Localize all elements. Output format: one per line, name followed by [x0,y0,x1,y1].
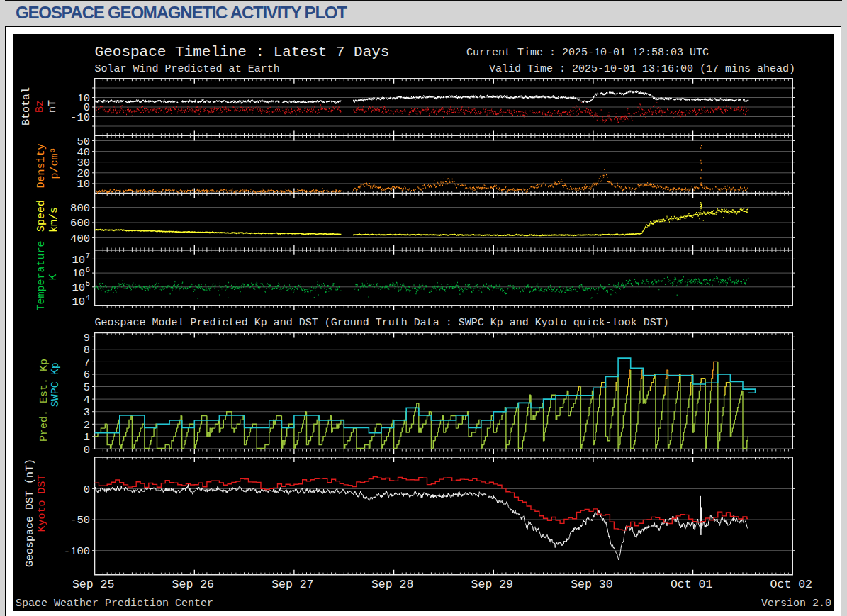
svg-text:Oct 02: Oct 02 [770,578,812,591]
svg-text:Pred. Est. Kp: Pred. Est. Kp [38,358,50,441]
svg-text:Btotal: Btotal [21,86,33,125]
svg-text:Sep 30: Sep 30 [571,578,612,591]
svg-text:10: 10 [72,253,85,266]
svg-text:Valid Time : 2025-10-01 13:16:: Valid Time : 2025-10-01 13:16:00 (17 min… [488,62,795,74]
svg-text:Geospace Timeline : Latest 7 D: Geospace Timeline : Latest 7 Days [94,44,389,60]
svg-text:Sep 28: Sep 28 [371,578,413,591]
svg-text:Sep 27: Sep 27 [271,578,313,591]
svg-text:10: 10 [77,178,90,191]
svg-text:Sep 29: Sep 29 [471,578,512,591]
svg-text:-100: -100 [63,544,89,557]
svg-text:Version 2.0: Version 2.0 [761,598,831,610]
svg-text:8: 8 [83,344,89,357]
svg-text:Sep 26: Sep 26 [172,578,213,591]
svg-text:Temperature: Temperature [35,240,47,310]
svg-text:Speed: Speed [35,199,47,231]
svg-text:4: 4 [83,393,89,406]
svg-text:10: 10 [72,267,85,280]
svg-text:4: 4 [85,293,90,302]
svg-text:0: 0 [83,483,89,495]
svg-text:10: 10 [72,295,85,308]
svg-text:9: 9 [83,331,89,344]
svg-text:Bz: Bz [33,99,45,112]
svg-text:km/s: km/s [48,206,60,232]
svg-text:Density: Density [35,143,47,188]
svg-text:800: 800 [70,201,90,214]
svg-text:0: 0 [83,443,89,456]
svg-text:-10: -10 [70,111,90,123]
svg-text:Oct 01: Oct 01 [670,578,712,591]
svg-text:2: 2 [83,418,89,431]
svg-text:Current Time : 2025-10-01 12:5: Current Time : 2025-10-01 12:58:03 UTC [466,47,709,59]
svg-text:6: 6 [85,265,90,274]
svg-text:5: 5 [83,381,89,393]
svg-text:Sep 25: Sep 25 [72,578,113,591]
svg-text:1: 1 [83,431,89,444]
svg-text:600: 600 [70,217,90,230]
svg-text:SWPC Kp: SWPC Kp [50,362,62,407]
svg-text:Geospace Model Predicted Kp an: Geospace Model Predicted Kp and DST (Gro… [94,316,668,328]
svg-text:-50: -50 [70,514,90,527]
svg-text:Geospace DST (nT): Geospace DST (nT) [23,458,35,566]
svg-text:6: 6 [83,369,89,381]
svg-text:3: 3 [83,405,89,418]
svg-text:Space Weather Prediction Cente: Space Weather Prediction Center [16,598,213,610]
svg-text:7: 7 [83,356,89,369]
svg-text:Solar Wind Predicted at Earth: Solar Wind Predicted at Earth [94,62,279,74]
svg-text:p/cm³: p/cm³ [48,147,60,179]
svg-text:K: K [47,274,60,280]
svg-text:5: 5 [85,279,90,288]
svg-text:nT: nT [47,99,59,112]
svg-text:400: 400 [70,232,90,245]
svg-text:Kyoto DST: Kyoto DST [35,474,47,532]
svg-text:10: 10 [72,281,85,294]
svg-text:7: 7 [85,251,90,259]
